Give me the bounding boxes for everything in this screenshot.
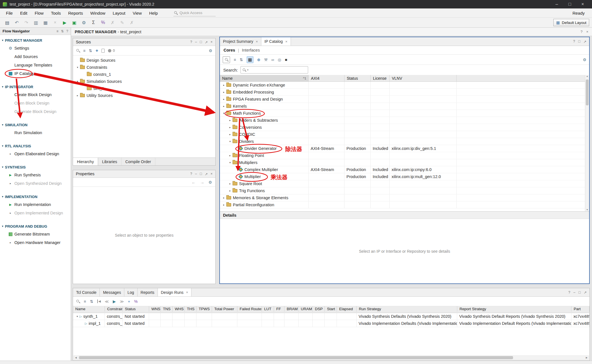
float-icon[interactable]: ↗: [205, 40, 207, 44]
ip-row-partial-reconfiguration[interactable]: ▸Partial Reconfiguration: [220, 201, 589, 208]
flow-section-title-simulation[interactable]: ▾SIMULATION: [0, 121, 71, 128]
collapse-all-icon[interactable]: ≡: [84, 299, 86, 304]
chevron-down-icon[interactable]: ▾: [75, 66, 80, 69]
stop-icon[interactable]: ■: [285, 57, 287, 62]
settings-icon[interactable]: ⚙: [79, 19, 88, 26]
ip-col-name[interactable]: Name^1: [220, 75, 309, 81]
collapse-all-icon[interactable]: ≡: [56, 29, 58, 33]
tree-item-simulation-sources[interactable]: ▾Simulation Sources: [73, 78, 215, 85]
close-icon[interactable]: ×: [285, 39, 288, 44]
runs-col-dsp[interactable]: DSP: [313, 306, 325, 312]
tree-item-utility-sources[interactable]: ▸Utility Sources: [73, 92, 215, 99]
scrollbar-thumb[interactable]: [586, 79, 589, 105]
help-icon[interactable]: ?: [580, 30, 582, 34]
file-icon[interactable]: [101, 49, 105, 53]
ip-row-divider-generator[interactable]: ·Divider GeneratorAXI4-StreamProductionI…: [220, 145, 589, 152]
delete-icon[interactable]: ×: [51, 19, 59, 26]
go-to-first-icon[interactable]: ◀: [97, 299, 101, 303]
chevron-right-icon[interactable]: ▸: [228, 119, 232, 122]
close-icon[interactable]: ×: [586, 30, 588, 34]
runs-col-tpws[interactable]: TPWS: [196, 306, 212, 312]
chevron-right-icon[interactable]: ▸: [228, 189, 232, 192]
expand-all-icon[interactable]: ⇅: [240, 57, 243, 62]
flow-item-generate-block-design[interactable]: Generate Block Design: [0, 107, 71, 116]
ip-row-adders-subtracters[interactable]: ▸Adders & Subtracters: [220, 117, 589, 124]
chevron-right-icon[interactable]: ▸: [222, 196, 226, 199]
runs-col-status[interactable]: Status: [123, 306, 149, 312]
maximize-icon[interactable]: □: [578, 290, 581, 294]
settings-gear-icon[interactable]: ⚙: [583, 57, 586, 62]
chevron-down-icon[interactable]: ▾: [228, 140, 232, 143]
float-icon[interactable]: ↗: [205, 172, 207, 176]
chevron-down-icon[interactable]: ▾: [75, 315, 79, 318]
tab-libraries[interactable]: Libraries: [98, 158, 122, 165]
flow-section-title-implementation[interactable]: ▾IMPLEMENTATION: [0, 193, 71, 200]
target-icon[interactable]: ◎: [278, 57, 281, 62]
menu-edit[interactable]: Edit: [16, 11, 31, 15]
search-icon[interactable]: [76, 299, 80, 303]
flow-section-title-synthesis[interactable]: ▾SYNTHESIS: [0, 163, 71, 171]
chevron-right-icon[interactable]: ▸: [222, 91, 226, 94]
settings-gear-icon[interactable]: ⚙: [208, 180, 212, 185]
chevron-right-icon[interactable]: ▸: [222, 84, 226, 86]
ip-row-multipliers[interactable]: ▾Multipliers: [220, 159, 589, 166]
undo-icon[interactable]: ↶: [12, 19, 21, 26]
menu-view[interactable]: View: [129, 11, 145, 15]
flow-item-run-synthesis[interactable]: ▶Run Synthesis: [0, 171, 71, 179]
runs-col-bram[interactable]: BRAM: [284, 306, 299, 312]
maximize-icon[interactable]: □: [563, 0, 576, 8]
copy-icon[interactable]: ▥: [32, 19, 40, 26]
chevron-right-icon[interactable]: ▸: [222, 203, 226, 206]
close-icon[interactable]: ×: [576, 0, 589, 8]
minimize-icon[interactable]: –: [195, 172, 197, 176]
ip-row-memories-storage-elements[interactable]: ▸Memories & Storage Elements: [220, 194, 589, 201]
menu-file[interactable]: File: [2, 11, 16, 15]
close-icon[interactable]: ×: [256, 39, 258, 44]
tree-item-sim-1[interactable]: sim_1: [73, 85, 215, 92]
runs-col-uram[interactable]: URAM: [299, 306, 313, 312]
run-icon[interactable]: ▶: [60, 19, 69, 26]
runs-col-part[interactable]: Part: [571, 306, 589, 312]
tree-item-constraints[interactable]: ▾Constraints: [73, 64, 215, 71]
ip-row-floating-point[interactable]: ▸Floating Point: [220, 152, 589, 159]
flow-item-create-block-design[interactable]: Create Block Design: [0, 90, 71, 99]
flow-section-title-rtl-analysis[interactable]: ▾RTL ANALYSIS: [0, 142, 71, 150]
runs-col-constraints[interactable]: Constraints: [105, 306, 123, 312]
chevron-right-icon[interactable]: ▸: [228, 133, 232, 136]
back-icon[interactable]: ←: [191, 180, 196, 185]
ip-col-license[interactable]: License: [371, 75, 390, 81]
save-icon[interactable]: ▤: [3, 19, 12, 26]
add-repository-icon[interactable]: ⊕: [257, 57, 260, 62]
runs-col-elapsed[interactable]: Elapsed: [337, 306, 357, 312]
maximize-icon[interactable]: □: [578, 39, 580, 43]
ip-row-trig-functions[interactable]: ▸Trig Functions: [220, 187, 589, 194]
flow-section-title-program-and-debug[interactable]: ▾PROGRAM AND DEBUG: [0, 223, 71, 230]
quick-access-search[interactable]: Quick Access: [173, 10, 216, 16]
tree-item-constrs-1[interactable]: constrs_1: [73, 71, 215, 78]
view-cores[interactable]: Cores: [224, 48, 235, 52]
flow-item-open-hardware-manager[interactable]: ▸Open Hardware Manager: [0, 238, 71, 247]
flow-item-add-sources[interactable]: Add Sources: [0, 52, 71, 61]
vertical-scrollbar[interactable]: ▲ ▼: [585, 75, 589, 211]
paste-icon[interactable]: ▦: [41, 19, 50, 26]
menu-layout[interactable]: Layout: [109, 11, 129, 15]
ip-search-input[interactable]: ▾: [240, 66, 308, 74]
expand-all-icon[interactable]: ⇅: [90, 299, 93, 304]
close-icon[interactable]: ×: [211, 40, 213, 44]
ip-col-status[interactable]: Status: [344, 75, 371, 81]
ip-col-axi4[interactable]: AXI4: [309, 75, 344, 81]
scroll-down-icon[interactable]: ▼: [585, 208, 589, 211]
tab-log[interactable]: Log: [124, 288, 137, 296]
maximize-icon[interactable]: □: [200, 40, 202, 44]
runs-col-ths[interactable]: THS: [185, 306, 196, 312]
menu-help[interactable]: Help: [145, 11, 162, 15]
tab-design-runs[interactable]: Design Runs×: [158, 288, 192, 296]
chevron-right-icon[interactable]: ▸: [222, 98, 226, 101]
minimize-icon[interactable]: –: [573, 290, 575, 294]
add-icon[interactable]: +: [128, 299, 130, 304]
scroll-right-icon[interactable]: ▶: [585, 356, 589, 359]
elaborate-icon[interactable]: ▣: [70, 19, 79, 26]
maximize-icon[interactable]: □: [200, 172, 202, 176]
tab-project-summary[interactable]: Project Summary×: [220, 37, 261, 46]
runs-col-ff[interactable]: FF: [274, 306, 284, 312]
